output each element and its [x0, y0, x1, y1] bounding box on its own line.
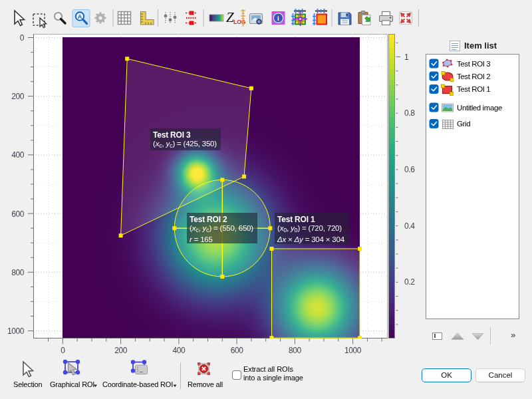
svg-text:A: A: [78, 13, 82, 20]
svg-text:i: i: [277, 15, 279, 22]
